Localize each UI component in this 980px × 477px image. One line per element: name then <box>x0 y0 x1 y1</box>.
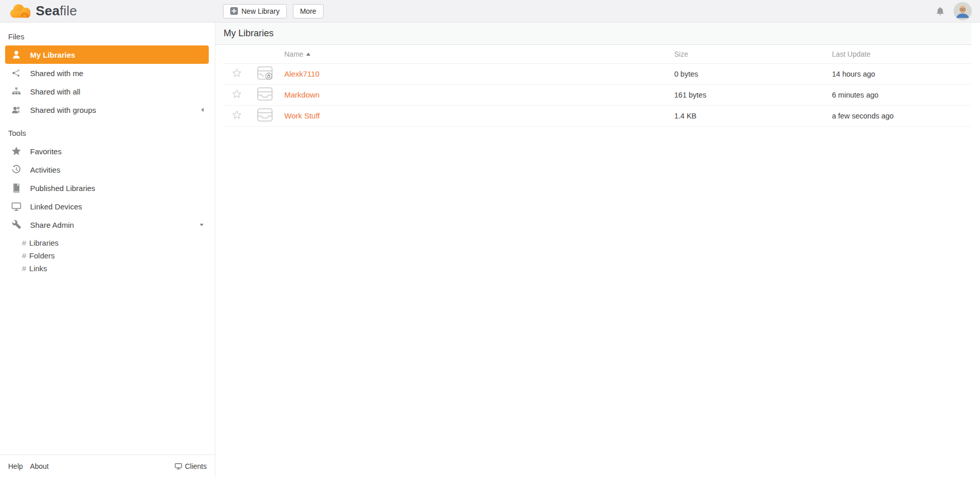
share-nodes-icon <box>11 68 21 78</box>
sidebar-item-label: Shared with all <box>30 87 80 96</box>
library-link[interactable]: Alexk7110 <box>284 69 320 78</box>
sidebar-item-shared-with-groups[interactable]: Shared with groups <box>5 101 209 119</box>
hash-prefix: # <box>22 251 26 260</box>
library-size: 0 bytes <box>674 63 832 84</box>
sidebar-item-shared-with-me[interactable]: Shared with me <box>5 64 209 82</box>
plus-square-icon <box>230 7 238 15</box>
library-encrypted-icon <box>257 73 273 81</box>
favorite-star-icon[interactable] <box>232 89 241 99</box>
library-last-update: 14 hours ago <box>832 63 971 84</box>
sidebar-item-label: Activities <box>30 165 60 174</box>
sidebar-subitem-folders[interactable]: #Folders <box>22 249 215 262</box>
subitem-label: Links <box>29 264 47 273</box>
wrench-icon <box>11 220 21 230</box>
more-label: More <box>300 7 316 15</box>
table-row: Work Stuff 1.4 KB a few seconds ago <box>224 105 971 126</box>
history-clock-icon <box>11 164 21 175</box>
libraries-table: Name Size Last Update <box>224 45 971 127</box>
sort-ascending-icon <box>306 53 310 56</box>
name-column-header[interactable]: Name <box>280 45 674 63</box>
icon-column-header <box>250 45 280 63</box>
sidebar-item-my-libraries[interactable]: My Libraries <box>5 45 209 64</box>
sidebar-subitem-libraries[interactable]: #Libraries <box>22 236 215 249</box>
library-icon <box>257 115 273 123</box>
topbar-right <box>935 2 980 20</box>
top-bar: Seafile New Library More <box>0 0 980 22</box>
help-link[interactable]: Help <box>8 462 23 470</box>
sidebar-item-published-libraries[interactable]: Published Libraries <box>5 179 209 197</box>
table-row: Markdown 161 bytes 6 minutes ago <box>224 84 971 105</box>
page-title: My Libraries <box>224 28 274 39</box>
sidebar-item-linked-devices[interactable]: Linked Devices <box>5 197 209 216</box>
sidebar-item-share-admin[interactable]: Share Admin <box>5 216 209 234</box>
sidebar-item-label: Published Libraries <box>30 184 95 193</box>
sidebar-item-label: My Libraries <box>30 51 75 59</box>
sidebar-item-shared-with-all[interactable]: Shared with all <box>5 82 209 101</box>
favorite-star-icon[interactable] <box>232 110 241 120</box>
user-avatar[interactable] <box>953 2 972 20</box>
expand-caret-icon[interactable] <box>200 224 204 226</box>
more-button[interactable]: More <box>293 4 324 18</box>
book-icon <box>11 183 21 193</box>
sidebar-item-favorites[interactable]: Favorites <box>5 142 209 160</box>
library-last-update: a few seconds ago <box>832 105 971 126</box>
brand-name-bold: Sea <box>36 3 60 18</box>
user-icon <box>11 50 21 60</box>
seafile-logo[interactable]: Seafile <box>0 3 215 20</box>
users-icon <box>11 105 21 115</box>
sidebar-subitem-links[interactable]: #Links <box>22 262 215 275</box>
libraries-table-wrap: Name Size Last Update <box>224 45 971 127</box>
favorite-star-icon[interactable] <box>232 68 241 78</box>
seafile-cloud-icon <box>9 3 32 20</box>
sidebar-footer: Help About Clients <box>0 455 215 477</box>
collapse-caret-icon[interactable] <box>201 108 204 112</box>
about-link[interactable]: About <box>30 462 49 470</box>
sitemap-icon <box>11 86 21 97</box>
sidebar-item-label: Linked Devices <box>30 202 82 211</box>
brand-name-light: file <box>60 3 77 18</box>
library-actions: New Library More <box>223 4 324 18</box>
star-column-header <box>224 45 250 63</box>
monitor-icon <box>175 463 182 470</box>
last-update-column-header[interactable]: Last Update <box>832 45 971 63</box>
monitor-icon <box>11 201 21 211</box>
clients-link[interactable]: Clients <box>175 462 207 470</box>
sidebar-item-label: Shared with me <box>30 69 83 78</box>
sidebar-item-activities[interactable]: Activities <box>5 160 209 179</box>
share-admin-subnav: #Libraries #Folders #Links <box>0 234 215 275</box>
star-icon <box>11 146 21 156</box>
hash-prefix: # <box>22 264 26 273</box>
sidebar-item-label: Share Admin <box>30 221 74 229</box>
size-column-header[interactable]: Size <box>674 45 832 63</box>
main-panel: My Libraries Name Size <box>215 22 980 477</box>
sidebar: Files My Libraries Shared with me <box>0 22 215 477</box>
name-header-label: Name <box>284 50 303 58</box>
library-last-update: 6 minutes ago <box>832 84 971 105</box>
subitem-label: Folders <box>29 251 55 260</box>
table-header-row: Name Size Last Update <box>224 45 971 63</box>
library-link[interactable]: Work Stuff <box>284 111 320 120</box>
library-icon <box>257 94 273 102</box>
new-library-label: New Library <box>241 7 280 15</box>
files-section-heading: Files <box>0 22 215 45</box>
sidebar-item-label: Shared with groups <box>30 106 96 114</box>
sidebar-item-label: Favorites <box>30 147 62 156</box>
library-link[interactable]: Markdown <box>284 90 320 99</box>
hash-prefix: # <box>22 238 26 247</box>
brand-name: Seafile <box>36 3 77 19</box>
new-library-button[interactable]: New Library <box>223 4 287 18</box>
clients-label: Clients <box>185 462 207 470</box>
subitem-label: Libraries <box>29 238 59 247</box>
library-size: 1.4 KB <box>674 105 832 126</box>
tools-section-heading: Tools <box>0 119 215 142</box>
library-size: 161 bytes <box>674 84 832 105</box>
table-row: Alexk7110 0 bytes 14 hours ago <box>224 63 971 84</box>
view-path-bar: My Libraries <box>215 22 971 45</box>
notifications-bell-icon[interactable] <box>935 6 945 16</box>
